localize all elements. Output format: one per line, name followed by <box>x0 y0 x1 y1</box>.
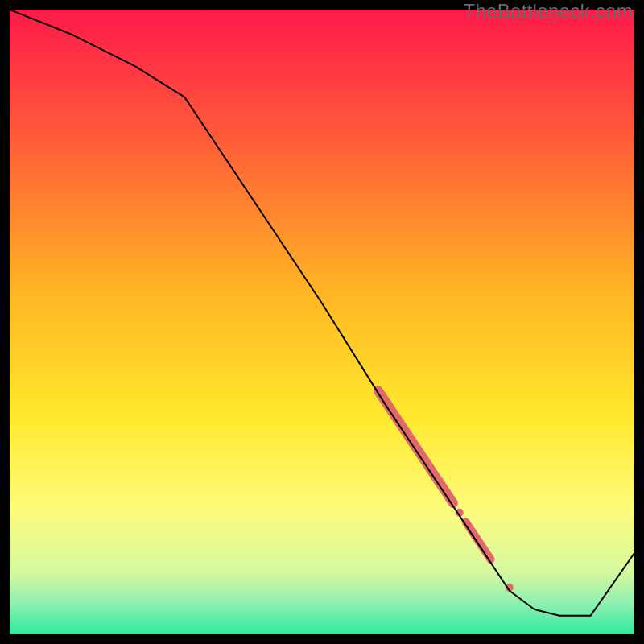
chart-background <box>10 10 634 634</box>
bottleneck-chart <box>10 10 634 634</box>
watermark-text: TheBottleneck.com <box>463 0 633 23</box>
